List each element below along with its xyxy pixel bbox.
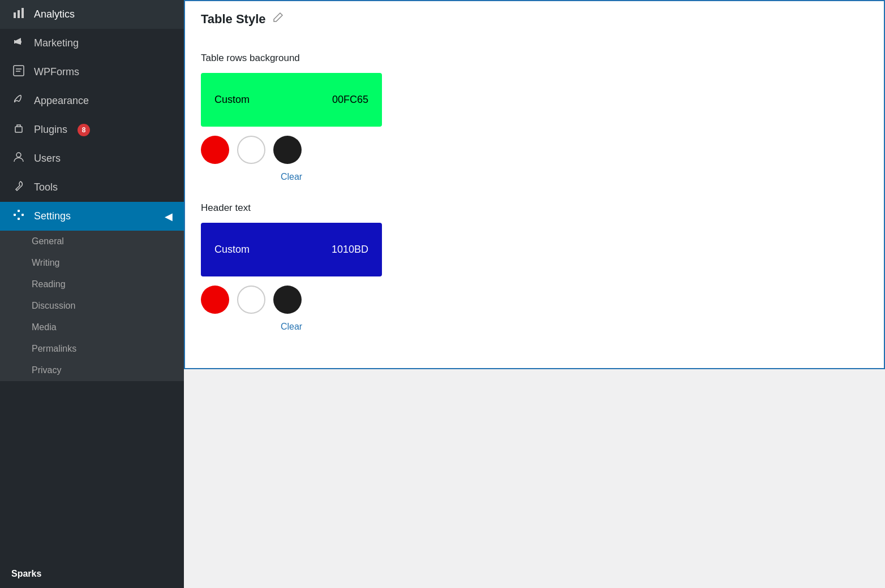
content-area: Table Style Table rows background Custom… (184, 0, 885, 369)
sidebar-bottom-label: Sparks (0, 560, 184, 588)
tools-icon (11, 180, 26, 195)
section-header: Table Style (185, 1, 884, 37)
swatch-white-rows-bg[interactable] (237, 136, 265, 164)
sidebar-item-settings-label: Settings (34, 210, 71, 222)
settings-submenu: General Writing Reading Discussion Media… (0, 231, 184, 381)
color-picker-header-text-label: Custom (214, 244, 250, 256)
svg-rect-2 (22, 8, 24, 18)
sidebar-item-appearance-label: Appearance (34, 95, 89, 107)
clear-button-header-text[interactable]: Clear (201, 322, 382, 332)
submenu-item-discussion[interactable]: Discussion (0, 295, 184, 317)
color-swatches-rows-bg (201, 136, 868, 164)
submenu-item-reading[interactable]: Reading (0, 274, 184, 295)
swatch-black-header-text[interactable] (273, 286, 302, 314)
svg-rect-0 (14, 12, 16, 18)
users-icon (11, 151, 26, 166)
sidebar-item-marketing[interactable]: Marketing (0, 29, 184, 58)
settings-icon (11, 209, 26, 224)
brush-icon (11, 93, 26, 109)
submenu-item-media[interactable]: Media (0, 317, 184, 338)
megaphone-icon (11, 36, 26, 51)
forms-icon (11, 64, 26, 80)
field-label-rows-bg: Table rows background (201, 53, 868, 64)
svg-rect-9 (18, 218, 20, 220)
swatch-red-header-text[interactable] (201, 286, 229, 314)
color-picker-rows-bg[interactable]: Custom 00FC65 (201, 73, 382, 127)
pencil-icon[interactable] (272, 11, 284, 27)
color-picker-rows-bg-label: Custom (214, 94, 250, 106)
sidebar: Analytics Marketing WPForms Appearance P… (0, 0, 184, 588)
color-picker-rows-bg-hex: 00FC65 (332, 94, 368, 106)
clear-button-rows-bg[interactable]: Clear (201, 172, 382, 182)
content-body: Table rows background Custom 00FC65 Clea… (185, 37, 884, 368)
color-picker-header-text[interactable]: Custom 1010BD (201, 223, 382, 276)
submenu-item-writing[interactable]: Writing (0, 252, 184, 274)
sidebar-item-analytics-label: Analytics (34, 8, 75, 20)
sidebar-item-settings[interactable]: Settings ◀ (0, 202, 184, 231)
swatch-white-header-text[interactable] (237, 286, 265, 314)
svg-rect-8 (18, 210, 20, 212)
plugin-icon (11, 122, 26, 137)
main-content: Table Style Table rows background Custom… (184, 0, 885, 588)
field-label-header-text: Header text (201, 202, 868, 214)
sidebar-item-wpforms-label: WPForms (34, 66, 79, 78)
sidebar-item-wpforms[interactable]: WPForms (0, 58, 184, 87)
svg-rect-6 (15, 127, 22, 132)
swatch-black-rows-bg[interactable] (273, 136, 302, 164)
plugins-badge: 8 (78, 124, 90, 136)
sidebar-item-tools-label: Tools (34, 181, 58, 193)
bar-chart-icon (11, 7, 26, 22)
submenu-item-privacy[interactable]: Privacy (0, 360, 184, 381)
sidebar-item-plugins-label: Plugins (34, 124, 67, 136)
sidebar-item-marketing-label: Marketing (34, 37, 79, 49)
svg-point-7 (16, 153, 21, 157)
color-swatches-header-text (201, 286, 868, 314)
sidebar-item-analytics[interactable]: Analytics (0, 0, 184, 29)
submenu-item-permalinks[interactable]: Permalinks (0, 338, 184, 360)
color-picker-header-text-hex: 1010BD (332, 244, 368, 256)
sidebar-item-plugins[interactable]: Plugins 8 (0, 115, 184, 144)
svg-rect-11 (22, 214, 24, 216)
swatch-red-rows-bg[interactable] (201, 136, 229, 164)
sidebar-item-users-label: Users (34, 153, 61, 165)
sidebar-item-tools[interactable]: Tools (0, 173, 184, 202)
sidebar-item-users[interactable]: Users (0, 144, 184, 173)
submenu-item-general[interactable]: General (0, 231, 184, 252)
svg-rect-1 (18, 10, 20, 18)
svg-rect-3 (14, 66, 24, 76)
section-title: Table Style (201, 12, 266, 27)
sidebar-item-appearance[interactable]: Appearance (0, 87, 184, 115)
svg-rect-10 (14, 214, 16, 216)
